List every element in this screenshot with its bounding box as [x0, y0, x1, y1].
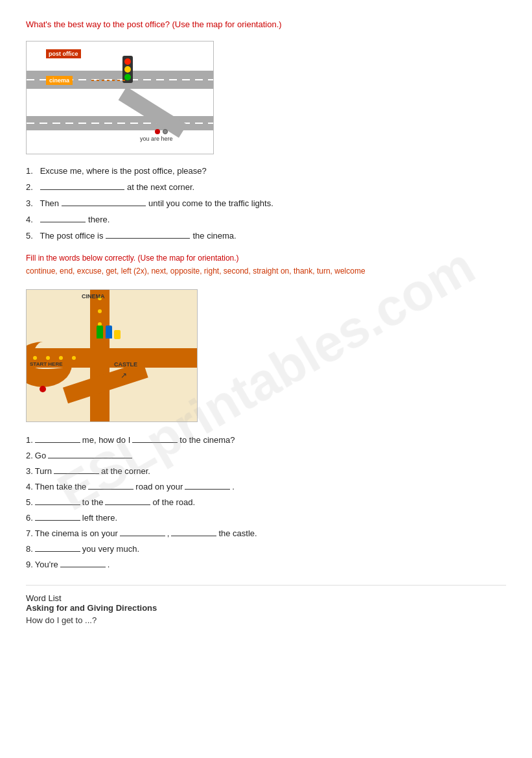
s2-q1-line: 1. me, how do I to the cinema?	[26, 434, 506, 445]
question1-title: What's the best way to the post office? …	[26, 19, 506, 29]
s2-q6-blank	[35, 512, 80, 521]
s2-q2-text1: Go	[35, 451, 46, 460]
s2-q5-line: 5. to the of the road.	[26, 496, 506, 507]
s2-q9-text1: You're	[35, 560, 58, 569]
s2-q9-line: 9. You're .	[26, 558, 506, 569]
s2-q8-num: 8.	[26, 544, 33, 554]
s2-q5-num: 5.	[26, 497, 33, 507]
s2-q8-blank	[35, 543, 80, 552]
s2-q7-line: 7. The cinema is on your , the castle.	[26, 527, 506, 538]
s2-q7-blank1	[120, 527, 165, 536]
s2-q3-blank	[54, 465, 99, 474]
s2-q1-text1: me, how do I	[82, 435, 130, 445]
s2-q7-num: 7.	[26, 528, 33, 538]
section1-questions: 1. Excuse me, where is the post office, …	[26, 166, 506, 241]
fill-instruction: Fill in the words below correctly. (Use …	[26, 254, 506, 263]
section2-questions: 1. me, how do I to the cinema? 2. Go 3. …	[26, 434, 506, 569]
word-list-words: continue, end, excuse, get, left (2x), n…	[26, 265, 506, 278]
s2-q5-text2: of the road.	[152, 497, 195, 507]
map2: CINEMA CASTLE START HERE ↗	[26, 289, 198, 422]
map2-cinema-label: CINEMA	[82, 293, 105, 300]
s2-q4-line: 4. Then take the road on your .	[26, 480, 506, 492]
map1-cinema-label: cinema	[46, 76, 73, 85]
s2-q6-line: 6. left there.	[26, 512, 506, 523]
map1-dot-red	[155, 129, 160, 134]
word-list-subtitle: Asking for and Giving Directions	[26, 603, 506, 613]
s2-q3-num: 3.	[26, 466, 33, 476]
map1-dotted-path	[91, 80, 127, 81]
s2-q5-blank1	[35, 496, 80, 505]
s2-q7-blank2	[171, 527, 216, 536]
s2-q4-num: 4.	[26, 482, 33, 492]
s2-q3-text2: at the corner.	[101, 466, 150, 476]
map1-you-are-here: you are here	[140, 136, 173, 142]
s2-q4-text3: .	[232, 482, 235, 492]
s2-q8-line: 8. you very much.	[26, 543, 506, 554]
q5-num: 5. The post office is	[26, 231, 103, 241]
s2-q9-text2: .	[108, 560, 110, 569]
q2-num: 2.	[26, 182, 38, 192]
q2-line: 2. at the next corner.	[26, 181, 506, 192]
q3-blank	[62, 197, 146, 206]
word-list-title: Word List	[26, 593, 506, 603]
traffic-light-red	[124, 58, 131, 65]
q1-line: 1. Excuse me, where is the post office, …	[26, 166, 506, 176]
s2-q4-text2: road on your	[135, 482, 183, 492]
s2-q6-text: left there.	[82, 513, 117, 523]
q4-line: 4. there.	[26, 213, 506, 224]
map2-figure-green	[97, 326, 103, 338]
s2-q5-blank2	[105, 496, 150, 505]
map2-castle-label: CASTLE	[114, 361, 137, 368]
s2-q3-line: 3. Turn at the corner.	[26, 465, 506, 476]
map2-figure-blue	[106, 326, 112, 338]
q1-text: 1. Excuse me, where is the post office, …	[26, 166, 207, 176]
q4-blank	[40, 213, 86, 222]
s2-q3-text1: Turn	[35, 466, 52, 476]
s2-q7-text1: The cinema is on your	[35, 528, 118, 538]
map1-dot-gray	[163, 129, 168, 134]
s2-q9-blank	[60, 558, 106, 567]
q5-blank	[106, 230, 190, 239]
q4-num: 4.	[26, 215, 38, 224]
s2-q6-num: 6.	[26, 513, 33, 523]
q5-line: 5. The post office is the cinema.	[26, 230, 506, 241]
map1-traffic-light	[122, 56, 133, 83]
word-list-section: Word List Asking for and Giving Directio…	[26, 585, 506, 625]
s2-q2-num: 2.	[26, 451, 33, 460]
q5-suffix: the cinema.	[192, 231, 236, 241]
map1: post office cinema you are here	[26, 41, 214, 154]
s2-q5-text1: to the	[82, 497, 104, 507]
q2-suffix: at the next corner.	[127, 182, 194, 192]
s2-q1-text2: to the cinema?	[179, 435, 235, 445]
s2-q9-num: 9.	[26, 560, 33, 569]
s2-q4-text1: Then take the	[35, 482, 87, 492]
q3-suffix: until you come to the traffic lights.	[148, 198, 273, 208]
map2-arrow: ↗	[121, 371, 127, 380]
map1-post-office-label: post office	[46, 49, 81, 58]
s2-q7-text2: ,	[167, 528, 170, 538]
q4-suffix: there.	[88, 215, 110, 224]
word-list-phrase: How do I get to ...?	[26, 615, 506, 625]
s2-q1-num: 1.	[26, 435, 33, 445]
q2-blank	[40, 181, 124, 190]
s2-q1-blank2	[132, 434, 178, 443]
s2-q2-line: 2. Go	[26, 449, 506, 460]
s2-q4-blank1	[88, 480, 133, 490]
s2-q8-text: you very much.	[82, 544, 139, 554]
q3-line: 3. Then until you come to the traffic li…	[26, 197, 506, 208]
s2-q4-blank2	[185, 480, 230, 490]
map2-figure-yellow	[114, 330, 121, 339]
s2-q1-blank1	[35, 434, 80, 443]
map2-start-label: START HERE	[30, 361, 63, 368]
q3-num: 3. Then	[26, 198, 59, 208]
s2-q7-text3: the castle.	[218, 528, 257, 538]
traffic-light-yellow	[124, 66, 131, 73]
s2-q2-blank	[48, 449, 132, 458]
